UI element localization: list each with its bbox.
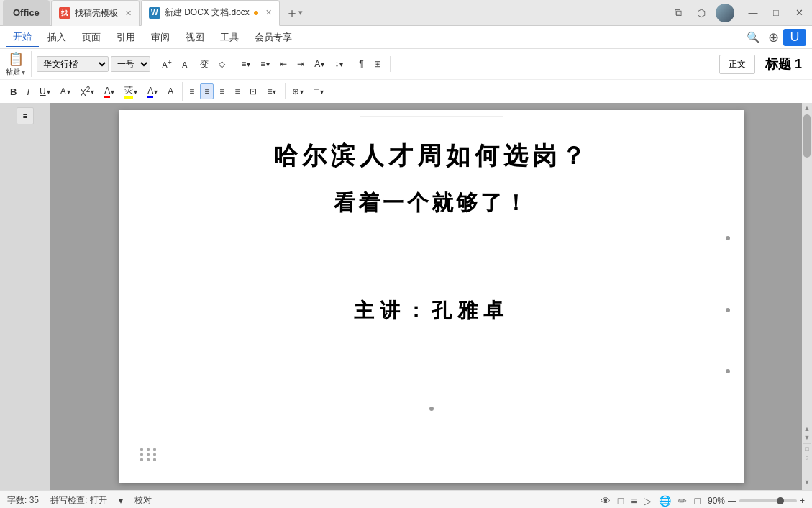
font-color-button[interactable]: A▾ xyxy=(100,83,119,100)
show-para-button[interactable]: ¶ xyxy=(355,56,368,72)
doc-subtitle: 看着一个就够了！ xyxy=(162,188,701,218)
menu-reference[interactable]: 引用 xyxy=(109,28,142,47)
style-normal-button[interactable]: 正文 xyxy=(719,55,755,74)
zoom-slider[interactable] xyxy=(739,499,797,502)
shading-icon: ⊕ xyxy=(292,86,299,96)
font-name-select[interactable]: 华文行楷 xyxy=(37,56,109,72)
zoom-minus-button[interactable]: — xyxy=(728,496,736,506)
font-grow-button[interactable]: A+ xyxy=(158,56,176,73)
menu-view[interactable]: 视图 xyxy=(178,28,211,47)
scroll-up-button[interactable]: ▲ xyxy=(804,104,811,112)
close-button[interactable]: ✕ xyxy=(789,3,809,23)
underline-button[interactable]: U▾ xyxy=(35,83,55,99)
superscript-button[interactable]: X2▾ xyxy=(76,83,99,100)
menu-bar-right: 🔍 ⊕ U xyxy=(743,27,806,47)
search-button[interactable]: 🔍 xyxy=(743,27,763,47)
menu-vip[interactable]: 会员专享 xyxy=(247,28,299,47)
line-spacing-button[interactable]: ↕▾ xyxy=(330,56,347,72)
bold-icon: B xyxy=(10,86,17,97)
zoom-thumb[interactable] xyxy=(777,497,784,504)
new-tab-arrow: ▾ xyxy=(298,8,303,17)
scroll-up2-button[interactable]: ▲ xyxy=(804,425,811,432)
document-page[interactable]: 哈尔滨人才周如何选岗？ 看着一个就够了！ 主讲：孔雅卓 xyxy=(119,110,744,483)
maximize-button[interactable]: □ xyxy=(766,3,786,23)
list-icon[interactable]: ≡ xyxy=(631,495,637,507)
doc-content: 哈尔滨人才周如何选岗？ 看着一个就够了！ 主讲：孔雅卓 xyxy=(162,139,701,325)
shading-button[interactable]: ⊕▾ xyxy=(288,83,308,99)
tab-split-icon[interactable]: ⧉ xyxy=(670,4,687,22)
menu-review[interactable]: 审阅 xyxy=(144,28,177,47)
user-icon[interactable]: U xyxy=(783,29,806,46)
highlight-icon: 荧 xyxy=(124,84,133,99)
menu-insert[interactable]: 插入 xyxy=(40,28,73,47)
scrollbar-right[interactable]: ▲ ▲ ▼ □ ○ ▼ xyxy=(802,103,812,490)
scroll-icon2: ○ xyxy=(805,454,808,461)
paste-group[interactable]: 📋 粘贴 ▾ xyxy=(6,51,32,77)
two-col-icon: ⊡ xyxy=(250,86,257,96)
style-heading1-button[interactable]: 标题 1 xyxy=(761,55,806,73)
tab-docx-close-icon[interactable]: ✕ xyxy=(265,8,272,17)
clear-format-button[interactable]: ◇ xyxy=(214,56,229,72)
page-icon[interactable]: □ xyxy=(618,495,624,507)
tab-close-icon[interactable]: ✕ xyxy=(125,9,132,18)
spell-check[interactable]: 拼写检查: 打开 xyxy=(50,494,107,507)
menu-bar: 开始 插入 页面 引用 审阅 视图 工具 会员专享 🔍 ⊕ U xyxy=(0,26,812,49)
bullet-list-icon: ≡ xyxy=(241,59,246,69)
tab-3d-icon[interactable]: ⬡ xyxy=(693,4,710,22)
new-tab-button[interactable]: ＋ ▾ xyxy=(280,4,309,22)
tab-docx[interactable]: W 新建 DOCX 文档.docx ✕ xyxy=(141,0,280,26)
font-size-select[interactable]: 一号 xyxy=(111,56,150,72)
highlight-button[interactable]: 荧▾ xyxy=(120,82,142,101)
justify-button[interactable]: ≡ xyxy=(230,83,244,99)
indent-left-button[interactable]: ⇤ xyxy=(275,56,291,72)
user-avatar[interactable] xyxy=(716,4,734,22)
border2-button[interactable]: □▾ xyxy=(309,83,327,99)
sort-icon: A xyxy=(314,59,320,69)
align-right-button[interactable]: ≡ xyxy=(215,83,229,99)
text-format-button[interactable]: A xyxy=(163,83,178,99)
ruler-dot2 xyxy=(726,308,730,312)
text-format-icon: A xyxy=(168,86,173,96)
bullet-list-button[interactable]: ≡▾ xyxy=(237,56,255,72)
num-list-button[interactable]: ≡▾ xyxy=(256,56,274,72)
align-left-button[interactable]: ≡ xyxy=(185,83,199,99)
scroll-down2-button[interactable]: ▼ xyxy=(804,434,811,441)
left-panel-icon1[interactable]: ≡ xyxy=(17,107,34,124)
menu-tools[interactable]: 工具 xyxy=(213,28,246,47)
scroll-down-button[interactable]: ▼ xyxy=(804,474,811,487)
two-col-button[interactable]: ⊡ xyxy=(245,83,261,99)
help-icon[interactable]: ⊕ xyxy=(763,27,783,47)
superscript-icon: X2 xyxy=(81,86,91,98)
document-container[interactable]: ≡ 哈尔滨人才周如何选岗？ 看着一个就够了！ 主讲：孔雅卓 xyxy=(0,103,812,490)
tab-zhaoke[interactable]: 找 找稿壳模板 ✕ xyxy=(51,0,140,26)
status-bar-right: 👁 □ ≡ ▷ 🌐 ✏ □ 90% — + xyxy=(601,495,805,507)
italic-button[interactable]: I xyxy=(22,83,34,99)
page-wrapper: 哈尔滨人才周如何选岗？ 看着一个就够了！ 主讲：孔雅卓 xyxy=(58,110,805,483)
spell-arrow[interactable]: ▾ xyxy=(119,496,123,506)
font-shrink-button[interactable]: A- xyxy=(178,56,194,73)
strikethrough-button[interactable]: A▾ xyxy=(56,83,75,99)
sort-button[interactable]: A▾ xyxy=(310,56,329,72)
zoom-plus-button[interactable]: + xyxy=(800,496,805,506)
para-spacing-button[interactable]: ≡▾ xyxy=(263,83,280,99)
text-color2-button[interactable]: A▾ xyxy=(143,83,162,100)
play-icon[interactable]: ▷ xyxy=(644,495,652,507)
change-case-button[interactable]: 变 xyxy=(196,56,213,73)
menu-page[interactable]: 页面 xyxy=(75,28,108,47)
font-grow-icon: A+ xyxy=(162,58,172,71)
proof-read[interactable]: 校对 xyxy=(134,494,152,507)
menu-start[interactable]: 开始 xyxy=(6,27,39,47)
minimize-button[interactable]: — xyxy=(743,3,763,23)
view-icon[interactable]: 👁 xyxy=(601,495,611,507)
indent-right-button[interactable]: ⇥ xyxy=(293,56,309,72)
border-button[interactable]: ⊞ xyxy=(370,56,386,72)
word-count: 字数: 35 xyxy=(7,494,39,507)
crop-icon[interactable]: □ xyxy=(694,495,700,507)
change-case-icon: 变 xyxy=(200,58,209,71)
tab-office[interactable]: Office xyxy=(3,0,50,26)
align-center-button[interactable]: ≡ xyxy=(200,83,214,99)
bold-button[interactable]: B xyxy=(6,83,21,99)
globe-icon[interactable]: 🌐 xyxy=(659,495,671,507)
edit-icon[interactable]: ✏ xyxy=(678,495,687,507)
scroll-thumb[interactable] xyxy=(803,114,811,158)
